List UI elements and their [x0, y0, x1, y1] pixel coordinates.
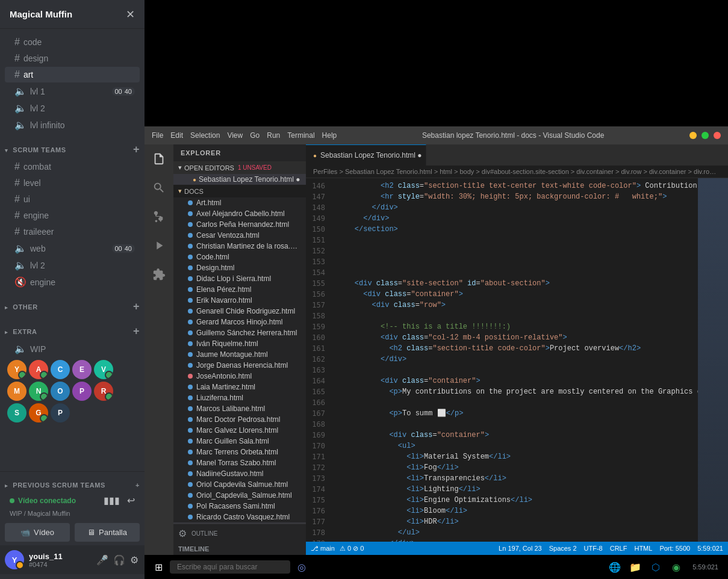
channel-item-engine[interactable]: # engine [5, 208, 140, 223]
avatar[interactable]: P [72, 382, 92, 401]
avatar[interactable]: S [7, 403, 26, 423]
file-item[interactable]: Art.html [173, 197, 306, 208]
voice-channel-lvl2b[interactable]: 🔈 lvl 2 [5, 257, 140, 273]
file-item[interactable]: NadiineGustavo.html [173, 468, 306, 479]
channel-item-traileeer[interactable]: # traileeer [5, 224, 140, 240]
voice-channel-web[interactable]: 🔈 web 00 40 [5, 240, 140, 256]
video-button[interactable]: 📹 Vídeo [5, 523, 70, 542]
mute-button[interactable]: 🎤 [95, 553, 110, 567]
voice-channel-lvl1[interactable]: 🔈 lvl 1 00 40 [5, 83, 140, 99]
active-file-tab[interactable]: ● Sebastian Lopez Tenorio.html ● [173, 174, 306, 185]
taskbar-search[interactable] [170, 560, 290, 574]
file-item[interactable]: Carlos Peña Hernandez.html [173, 219, 306, 230]
add-other-button[interactable]: + [133, 300, 140, 313]
avatar[interactable]: R [94, 382, 113, 401]
close-button[interactable] [714, 132, 721, 139]
avatar[interactable]: E [72, 360, 92, 379]
menu-file[interactable]: File [152, 131, 163, 140]
menu-selection[interactable]: Selection [190, 131, 220, 140]
active-tab[interactable]: ● Sebastian Lopez Tenorio.html ● [306, 144, 426, 166]
file-item[interactable]: Design.html [173, 262, 306, 273]
search-icon[interactable] [149, 178, 169, 197]
add-previous-button[interactable]: + [135, 481, 140, 489]
add-scrum-team-button[interactable]: + [133, 143, 140, 156]
file-item[interactable]: Guillemo Sánchez Herrera.html [173, 327, 306, 338]
file-item[interactable]: Erik Navarro.html [173, 295, 306, 306]
file-item[interactable]: Axel Alejandro Cabello.html [173, 208, 306, 219]
file-item[interactable]: Jorge Daenas Herencia.html [173, 360, 306, 371]
avatar[interactable]: Y [7, 360, 26, 379]
add-extra-button[interactable]: + [133, 325, 140, 338]
file-item[interactable]: Elena Pérez.html [173, 284, 306, 295]
voice-channel-lvl2[interactable]: 🔈 lvl 2 [5, 100, 140, 116]
file-item[interactable]: Laia Martinez.html [173, 382, 306, 392]
avatar[interactable]: M [7, 382, 26, 401]
file-item[interactable]: Jaume Montague.html [173, 349, 306, 360]
channel-item-code[interactable]: # code [5, 34, 140, 50]
menu-run[interactable]: Run [267, 131, 280, 140]
file-item[interactable]: Marcos Lalibane.html [173, 403, 306, 414]
avatar[interactable]: P [51, 403, 70, 423]
start-button[interactable]: ⊞ [149, 558, 167, 576]
avatar[interactable]: N [29, 382, 48, 401]
file-item[interactable]: Marc Doctor Pedrosa.html [173, 414, 306, 425]
file-item[interactable]: Ricardo Castro Vasquez.html [173, 512, 306, 522]
avatar[interactable]: G [29, 403, 48, 423]
settings-button[interactable]: ⚙ [129, 553, 140, 567]
taskbar-icon-cortana[interactable]: ◎ [293, 558, 311, 576]
minimize-button[interactable] [689, 132, 697, 139]
channel-item-level[interactable]: # level [5, 175, 140, 191]
voice-channel-lvlinfinito[interactable]: 🔈 lvl infinito [5, 117, 140, 133]
wip-channel[interactable]: 🔈 WIP [5, 341, 140, 357]
avatar[interactable]: O [51, 382, 70, 401]
file-item[interactable]: Oriol_Capdevila_Salmue.html [173, 490, 306, 501]
file-item[interactable]: Pol Racasens Sami.html [173, 501, 306, 512]
extensions-icon[interactable] [149, 265, 169, 284]
source-control-icon[interactable] [149, 207, 169, 226]
file-item[interactable]: Gerard Marcos Hinojo.html [173, 317, 306, 327]
scrum-teams-section[interactable]: ▾ SCRUM TEAMS + [0, 134, 145, 158]
deafen-button[interactable]: 🎧 [112, 553, 126, 567]
channel-item-art[interactable]: # art [5, 67, 140, 82]
file-item[interactable]: Liuziferna.html [173, 392, 306, 403]
taskbar-icon-chrome[interactable]: ◉ [667, 558, 685, 576]
menu-terminal[interactable]: Terminal [287, 131, 314, 140]
maximize-button[interactable] [702, 132, 709, 139]
file-item[interactable]: Code.html [173, 252, 306, 262]
extra-section[interactable]: ▸ EXTRA + [0, 315, 145, 340]
code-editor[interactable]: <h2 class="section-title text-center tex… [330, 178, 698, 542]
file-item[interactable]: JoseAntonio.html [173, 371, 306, 382]
disconnect-icon[interactable]: ↩ [127, 495, 135, 506]
file-item[interactable]: Iván Riquelme.html [173, 338, 306, 349]
taskbar-icon-browser[interactable]: 🌐 [606, 558, 624, 576]
avatar[interactable]: C [51, 360, 70, 379]
file-item[interactable]: Christian Martinez de la rosa.html [173, 241, 306, 252]
file-item[interactable]: Oriol Capdevila Salmue.html [173, 479, 306, 490]
open-editors-header[interactable]: ▾ OPEN EDITORS 1 UNSAVED [173, 161, 306, 174]
channel-item-ui[interactable]: # ui [5, 191, 140, 207]
server-chevron[interactable]: ✕ [126, 8, 135, 21]
menu-view[interactable]: View [227, 131, 243, 140]
previous-section[interactable]: ▸ PREVIOUS SCRUM TEAMS + [0, 477, 145, 491]
menu-go[interactable]: Go [250, 131, 260, 140]
settings-gear-icon[interactable]: ⚙ [178, 528, 187, 539]
other-section[interactable]: ▸ OTHER + [0, 291, 145, 315]
avatar[interactable]: A [29, 360, 48, 379]
menu-edit[interactable]: Edit [170, 131, 183, 140]
file-item[interactable]: Manel Torras Szabo.html [173, 457, 306, 468]
channel-item-design[interactable]: # design [5, 51, 140, 66]
explorer-icon[interactable] [149, 149, 169, 169]
waveform-icon[interactable]: ▮▮▮ [104, 495, 120, 506]
file-item[interactable]: Marc Galvez Llorens.html [173, 425, 306, 436]
file-item[interactable]: Genarell Chide Rodriguez.html [173, 306, 306, 317]
screen-button[interactable]: 🖥 Pantalla [75, 523, 140, 542]
menu-help[interactable]: Help [322, 131, 337, 140]
file-item[interactable]: Marc Terrens Orbeta.html [173, 447, 306, 457]
taskbar-icon-folder[interactable]: 📁 [626, 558, 644, 576]
avatar[interactable]: V [94, 360, 113, 379]
file-item[interactable]: Didac Llop i Sierra.html [173, 273, 306, 284]
server-header[interactable]: Magical Muffin ✕ [0, 0, 145, 29]
file-item[interactable]: Marc Guillen Sala.html [173, 436, 306, 447]
run-icon[interactable] [149, 236, 169, 255]
channel-item-engine2[interactable]: 🔇 engine [5, 274, 140, 290]
